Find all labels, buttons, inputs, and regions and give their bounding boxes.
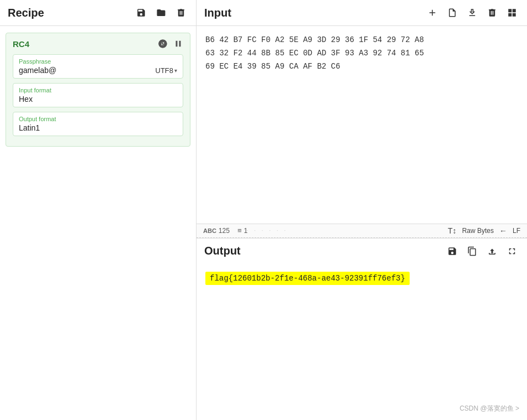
status-right: T↕ Raw Bytes ← LF [448,226,520,235]
expand-icon [507,246,517,256]
divider: · · · · · · · [239,226,288,235]
input-toolbar [425,6,519,20]
font-type-icon: T↕ [448,226,457,235]
recipe-delete-button[interactable] [174,6,188,20]
trash-icon [176,8,186,18]
passphrase-field: Passphrase gamelab@ UTF8 ▾ [13,54,183,79]
new-file-icon [447,8,457,18]
hex-line-1: B6 42 B7 FC F0 A2 5E A9 3D 29 36 1F 54 2… [205,34,518,47]
input-format-label: Input format [19,87,177,94]
input-content-area[interactable]: B6 42 B7 FC F0 A2 5E A9 3D 29 36 1F 54 2… [197,26,527,224]
input-view-button[interactable] [505,6,519,20]
save-icon [136,8,146,18]
output-title: Output [204,245,438,257]
left-panel: Recipe RC4 [0,0,197,420]
plus-icon [427,8,437,18]
char-count-group: ABC 125 [203,227,230,235]
recipe-open-button[interactable] [154,6,168,20]
output-save-button[interactable] [445,244,459,258]
chevron-down-icon: ▾ [174,68,177,74]
output-toolbar [445,244,519,258]
rc4-disable-button[interactable] [158,39,168,49]
input-import-button[interactable] [465,6,479,20]
recipe-title: Recipe [8,7,127,19]
trash-icon [487,8,497,18]
output-panel: Output flag{ [197,238,527,421]
right-panel: Input B6 42 B7 FC F0 A2 5E [197,0,527,420]
rc4-pause-button[interactable] [173,39,183,49]
input-new-button[interactable] [445,6,459,20]
output-format-label: Output format [19,116,177,122]
input-statusbar: ABC 125 ≡ 1 · · · · · · · T↕ Raw Bytes ←… [197,224,527,238]
output-content-area: flag{12601b2b-2f1e-468a-ae43-92391ff76ef… [197,264,527,421]
input-header: Input [197,0,527,26]
input-format-field[interactable]: Input format Hex [13,83,183,107]
watermark: CSDN @落寞的鱼 > [459,404,519,413]
output-header: Output [197,238,527,264]
encoding-label: UTF8 [156,66,174,75]
rc4-operation-block: RC4 Passphrase [6,33,190,147]
disable-icon [158,39,168,49]
raw-bytes-label: Raw Bytes [462,227,494,235]
passphrase-value[interactable]: gamelab@ [19,66,56,75]
copy-icon [467,246,477,256]
char-count: 125 [219,227,230,235]
line-ending-label: LF [513,227,520,235]
passphrase-row: gamelab@ UTF8 ▾ [19,66,177,75]
save-icon [447,246,457,256]
input-format-value: Hex [19,95,33,103]
output-copy-button[interactable] [465,244,479,258]
import-icon [467,8,477,18]
encoding-selector[interactable]: UTF8 ▾ [156,66,178,75]
grid-icon [507,8,517,18]
recipe-save-button[interactable] [134,6,148,20]
arrow-left-icon: ← [499,226,507,235]
output-fullscreen-button[interactable] [505,244,519,258]
rc4-title: RC4 [13,39,158,49]
flag-output: flag{12601b2b-2f1e-468a-ae43-92391ff76ef… [205,272,410,285]
recipe-toolbar [134,6,188,20]
hex-line-3: 69 EC E4 39 85 A9 CA AF B2 C6 [205,60,518,74]
pause-icon [173,39,183,49]
rc4-header: RC4 [13,39,183,49]
output-export-button[interactable] [485,244,499,258]
export-icon [487,246,497,256]
input-title: Input [204,7,418,19]
output-format-value: Latin1 [19,123,40,132]
hex-line-2: 63 32 F2 44 8B 85 EC 0D AD 3F 93 A3 92 7… [205,47,518,60]
output-format-field[interactable]: Output format Latin1 [13,112,183,136]
passphrase-label: Passphrase [19,58,177,65]
abc-icon: ABC [203,227,216,234]
input-add-button[interactable] [425,6,440,20]
rc4-controls [158,39,183,49]
input-delete-button[interactable] [485,6,499,20]
recipe-header: Recipe [0,0,196,26]
folder-icon [156,8,166,18]
